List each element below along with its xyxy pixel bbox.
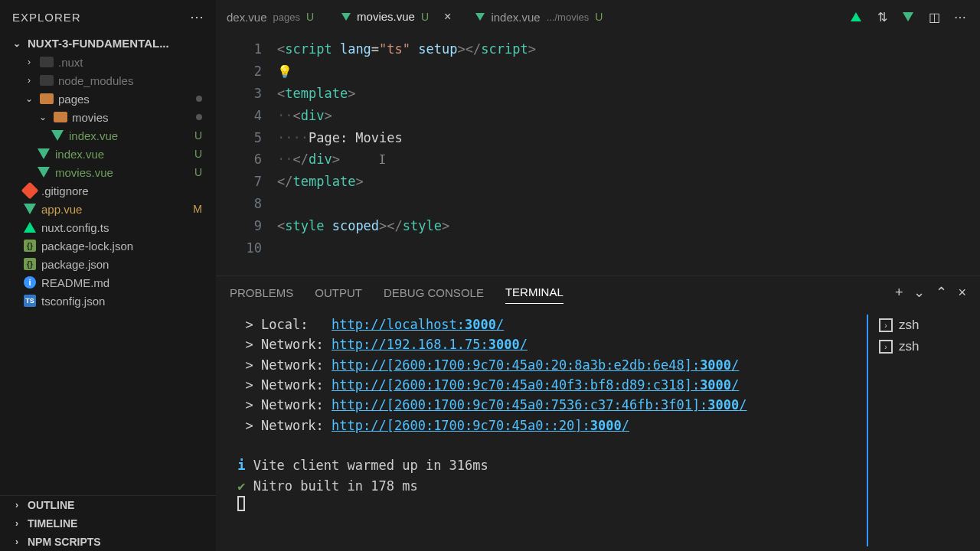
folder-icon bbox=[40, 73, 54, 87]
close-icon[interactable]: × bbox=[958, 285, 966, 301]
terminal-list: › zsh › zsh bbox=[867, 315, 966, 546]
project-name-row[interactable]: ⌄ NUXT-3-FUNDAMENTAL... bbox=[0, 34, 216, 53]
file-gitignore[interactable]: .gitignore bbox=[0, 181, 216, 200]
close-icon[interactable]: × bbox=[441, 10, 454, 24]
panel-tab-problems[interactable]: PROBLEMS bbox=[230, 282, 293, 304]
explorer-title: EXPLORER bbox=[12, 11, 81, 24]
folder-icon bbox=[54, 110, 67, 124]
item-label: tsconfig.json bbox=[41, 295, 208, 308]
folder-pages[interactable]: ⌄ pages bbox=[0, 90, 216, 108]
chevron-right-icon: › bbox=[11, 517, 23, 530]
section-label: OUTLINE bbox=[28, 499, 74, 511]
vue-icon bbox=[37, 165, 51, 179]
code-area[interactable]: <script lang="ts" setup></script> 💡 <tem… bbox=[277, 38, 980, 276]
code-line bbox=[277, 237, 980, 259]
sidebar-sections: › OUTLINE › TIMELINE › NPM SCRIPTS bbox=[0, 495, 216, 551]
vue-icon bbox=[475, 13, 485, 21]
main-area: dex.vue pages U movies.vue U × index.vue… bbox=[216, 0, 980, 551]
chevron-right-icon: › bbox=[23, 56, 35, 68]
line-num: 3 bbox=[216, 83, 262, 105]
term-line: > Local: http://localhost:3000/ bbox=[230, 315, 867, 334]
tab-sublabel: pages bbox=[273, 11, 300, 23]
item-label: app.vue bbox=[41, 203, 188, 216]
panel-tab-debug[interactable]: DEBUG CONSOLE bbox=[384, 282, 484, 304]
chevron-down-icon[interactable]: ⌄ bbox=[913, 284, 925, 301]
tab-movies[interactable]: movies.vue U × bbox=[331, 0, 465, 34]
text-cursor: ⵊ bbox=[379, 152, 386, 167]
section-timeline[interactable]: › TIMELINE bbox=[0, 514, 216, 533]
terminal-entry[interactable]: › zsh bbox=[879, 315, 966, 336]
code-line: <style scoped></style> bbox=[277, 215, 980, 237]
term-line: > Network: http://[2600:1700:9c70:45a0:2… bbox=[230, 355, 867, 375]
section-outline[interactable]: › OUTLINE bbox=[0, 496, 216, 514]
git-status: U bbox=[194, 129, 202, 142]
terminal-icon: › bbox=[879, 340, 893, 354]
term-line: > Network: http://[2600:1700:9c70:45a0::… bbox=[230, 416, 867, 435]
git-status: U bbox=[194, 166, 202, 178]
vue-icon[interactable] bbox=[900, 9, 916, 24]
item-label: movies bbox=[72, 111, 191, 124]
terminal-entry[interactable]: › zsh bbox=[879, 336, 966, 357]
file-movies[interactable]: movies.vue U bbox=[0, 163, 216, 181]
compare-icon[interactable]: ⇅ bbox=[874, 9, 890, 24]
explorer-header: EXPLORER ⋯ bbox=[0, 0, 216, 34]
tab-sublabel: .../movies bbox=[547, 11, 590, 23]
split-icon[interactable]: ◫ bbox=[926, 9, 942, 24]
project-name: NUXT-3-FUNDAMENTAL... bbox=[28, 37, 169, 50]
vue-icon bbox=[51, 129, 64, 142]
section-npm-scripts[interactable]: › NPM SCRIPTS bbox=[0, 533, 216, 551]
folder-nuxt[interactable]: › .nuxt bbox=[0, 53, 216, 71]
file-readme[interactable]: i README.md bbox=[0, 273, 216, 292]
file-movies-index[interactable]: index.vue U bbox=[0, 126, 216, 145]
item-label: movies.vue bbox=[55, 166, 190, 179]
chevron-right-icon: › bbox=[11, 536, 23, 548]
terminal-label: zsh bbox=[899, 339, 919, 354]
json-icon: {} bbox=[23, 257, 37, 271]
more-icon[interactable]: ⋯ bbox=[190, 8, 204, 25]
panel-tab-terminal[interactable]: TERMINAL bbox=[505, 281, 564, 304]
tab-index-pages[interactable]: dex.vue pages U bbox=[216, 0, 331, 34]
term-line bbox=[230, 435, 867, 455]
git-status: U bbox=[194, 148, 202, 160]
file-package[interactable]: {} package.json bbox=[0, 255, 216, 273]
terminal-icon: › bbox=[879, 318, 893, 332]
line-num: 8 bbox=[216, 193, 262, 215]
folder-node-modules[interactable]: › node_modules bbox=[0, 71, 216, 90]
more-icon[interactable]: ⋯ bbox=[952, 9, 968, 24]
vue-icon bbox=[37, 147, 51, 161]
git-icon bbox=[23, 184, 37, 197]
nuxt-icon bbox=[23, 220, 37, 234]
item-label: nuxt.config.ts bbox=[41, 221, 208, 234]
tab-index-movies[interactable]: index.vue .../movies U bbox=[465, 0, 619, 34]
lightbulb-icon[interactable]: 💡 bbox=[277, 64, 292, 79]
folder-movies[interactable]: ⌄ movies bbox=[0, 108, 216, 126]
ts-icon: TS bbox=[23, 294, 37, 308]
line-num: 6 bbox=[216, 148, 262, 171]
line-gutter: 1 2 3 4 5 6 7 8 9 10 bbox=[216, 38, 277, 276]
file-app-vue[interactable]: app.vue M bbox=[0, 200, 216, 218]
file-tsconfig[interactable]: TS tsconfig.json bbox=[0, 292, 216, 310]
chevron-down-icon: ⌄ bbox=[37, 111, 49, 123]
chevron-down-icon: ⌄ bbox=[11, 37, 23, 50]
section-label: NPM SCRIPTS bbox=[28, 536, 101, 548]
code-line: 💡 bbox=[277, 60, 980, 83]
nuxt-icon[interactable] bbox=[848, 9, 864, 24]
file-package-lock[interactable]: {} package-lock.json bbox=[0, 236, 216, 255]
dot-marker-icon bbox=[196, 96, 202, 102]
code-line: ··</div> ⵊ bbox=[277, 148, 980, 171]
file-index[interactable]: index.vue U bbox=[0, 145, 216, 163]
item-label: index.vue bbox=[69, 129, 190, 142]
item-label: package-lock.json bbox=[41, 240, 208, 253]
chevron-up-icon[interactable]: ⌃ bbox=[936, 284, 947, 301]
tab-label: index.vue bbox=[491, 11, 540, 24]
term-line: > Network: http://[2600:1700:9c70:45a0:7… bbox=[230, 395, 867, 415]
item-label: package.json bbox=[41, 258, 208, 271]
info-icon: i bbox=[23, 276, 37, 289]
new-terminal-icon[interactable]: + bbox=[895, 285, 903, 301]
terminal-output[interactable]: > Local: http://localhost:3000/ > Networ… bbox=[230, 315, 867, 546]
line-num: 9 bbox=[216, 215, 262, 237]
panel-tab-output[interactable]: OUTPUT bbox=[315, 282, 362, 304]
file-nuxt-config[interactable]: nuxt.config.ts bbox=[0, 218, 216, 236]
item-label: .gitignore bbox=[41, 184, 208, 197]
code-editor[interactable]: 1 2 3 4 5 6 7 8 9 10 <script lang="ts" s… bbox=[216, 34, 980, 276]
